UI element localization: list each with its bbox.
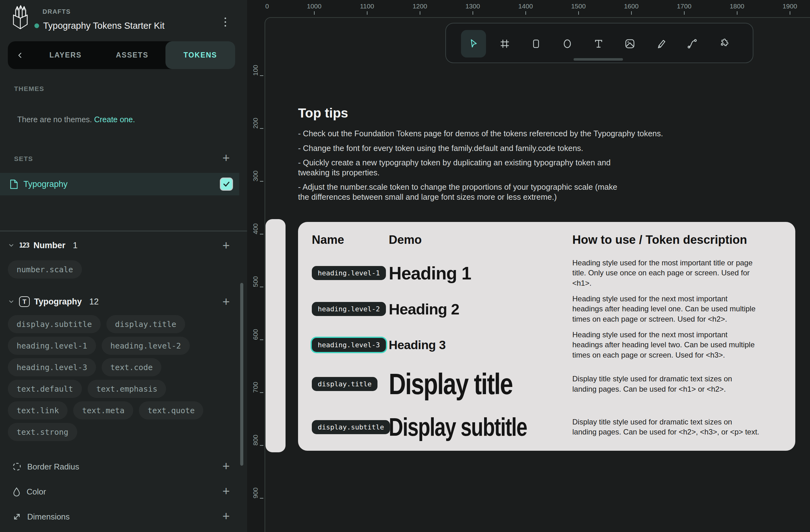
tip-line: - Change the font for every token using … [298,144,704,153]
token-chip[interactable]: text.default [8,380,82,398]
demo-text: Heading 2 [389,300,572,318]
group-name: Typography [34,297,82,306]
table-row-cell: heading.level-2 [312,302,389,316]
themes-empty-text: There are no themes. [17,115,92,124]
ruler-label: 1600 [605,2,658,15]
pen-tool-button[interactable] [680,30,705,57]
token-chip[interactable]: display.subtitle [8,315,101,333]
token-chip[interactable]: heading.level-1 [8,337,96,355]
collapse-back-chevron-icon[interactable] [8,41,32,69]
token-chip[interactable]: text.code [102,358,161,376]
frame-icon [499,37,511,50]
canvas-area[interactable]: 0 10001100120013001400150016001700180019… [247,0,810,532]
ruler-label: 300 [247,149,264,202]
ruler-label: 500 [247,255,264,308]
table-row-cell: heading.level-1 [312,266,389,280]
plugin-tool-button[interactable] [711,30,736,57]
image-tool-button[interactable] [617,30,642,57]
tab-layers[interactable]: LAYERS [32,51,99,60]
border-radius-icon [13,462,21,471]
token-group-dimensions[interactable]: Dimensions [13,507,231,526]
add-dimensions-token-button[interactable]: + [219,509,233,523]
token-chip-display-subtitle[interactable]: display.subtitle [312,420,390,434]
token-chip-heading-level-1[interactable]: heading.level-1 [312,266,386,280]
token-chip-display-title[interactable]: display.title [312,377,377,391]
vector-curve-icon [686,37,699,50]
rectangle-icon [530,37,542,50]
create-theme-link[interactable]: Create one. [94,115,135,124]
tip-line: - Quickly create a new typography token … [298,158,704,178]
ruler-label: 400 [247,202,264,255]
table-row-cell: heading.level-3 [312,338,389,352]
chevron-down-icon[interactable] [8,298,15,305]
canvas-toolbar [446,23,754,63]
horizontal-ruler: 1000110012001300140015001600170018001900 [288,2,810,15]
move-tool-button[interactable] [461,30,486,57]
document-title-row: Typography Tokens Starter Kit [34,21,164,31]
token-chip[interactable]: text.strong [8,423,77,441]
token-group-border-radius[interactable]: Border Radius [13,457,231,476]
demo-text: Display title [389,367,536,401]
rectangle-tool-button[interactable] [523,30,549,57]
add-color-token-button[interactable]: + [219,484,233,498]
token-chip-heading-level-3-selected[interactable]: heading.level-3 [312,338,386,352]
tab-tokens[interactable]: TOKENS [165,41,235,69]
tips-title: Top tips [298,106,704,121]
token-chip-heading-level-2[interactable]: heading.level-2 [312,302,386,316]
cursor-icon [467,37,480,50]
app-logo-pencil-box-icon [10,5,31,30]
more-menu-icon[interactable] [218,15,232,29]
ruler-label: 800 [247,414,264,466]
token-chip[interactable]: text.meta [73,401,133,419]
image-icon [623,37,636,50]
ellipse-tool-button[interactable] [555,30,580,57]
token-chip[interactable]: heading.level-3 [8,358,96,376]
partial-frame-left[interactable] [265,219,286,452]
token-description: Heading style used for the next most imp… [572,294,781,325]
column-header-demo: Demo [389,233,572,247]
token-description: Display title style used for dramatic te… [572,374,781,394]
sets-heading: SETS [14,155,33,163]
ruler-label: 700 [247,361,264,414]
token-group-color[interactable]: Color [13,482,231,501]
set-enabled-checkbox[interactable] [220,178,233,191]
ruler-label: 900 [247,466,264,519]
puzzle-icon [716,37,731,51]
ruler-label: 200 [247,97,264,149]
token-group-number[interactable]: 123 Number 1 [8,237,233,254]
pencil-tool-button[interactable] [649,30,674,57]
dimensions-arrow-icon [13,512,21,521]
tab-assets[interactable]: ASSETS [99,51,165,60]
frame-tool-button[interactable] [492,30,517,57]
document-title[interactable]: Typography Tokens Starter Kit [43,21,164,31]
checkmark-icon [222,180,230,188]
token-description: Display title style used for dramatic te… [572,417,781,437]
add-set-button[interactable]: + [219,151,233,165]
typography-type-icon: T [19,296,30,307]
typography-token-list: display.subtitledisplay.titleheading.lev… [8,315,230,441]
token-group-typography[interactable]: T Typography 12 [8,293,233,310]
ruler-label: 600 [247,308,264,361]
breadcrumb-drafts[interactable]: DRAFTS [43,8,71,15]
text-tool-button[interactable] [586,30,611,57]
set-item-typography[interactable]: Typography [0,173,239,195]
token-chip[interactable]: heading.level-2 [102,337,190,355]
token-demo-table: Name Demo How to use / Token description… [298,222,795,451]
group-count: 12 [90,297,99,306]
chevron-down-icon[interactable] [8,242,15,249]
token-chip[interactable]: number.scale [8,260,82,279]
toolbar-drag-handle[interactable] [573,58,623,61]
sidebar-scrollbar[interactable] [240,283,243,466]
themes-empty-state: There are no themes. Create one. [17,115,135,124]
table-row-cell: display.subtitle [312,420,389,434]
add-number-token-button[interactable]: + [219,238,233,252]
ruler-label: 1900 [763,2,810,15]
token-chip[interactable]: text.emphasis [87,380,166,398]
group-count: 1 [73,241,78,250]
themes-heading: THEMES [14,85,44,93]
token-chip[interactable]: text.link [8,401,67,419]
add-typography-token-button[interactable]: + [219,295,233,309]
token-chip[interactable]: display.title [106,315,185,333]
add-border-radius-token-button[interactable]: + [219,459,233,473]
token-chip[interactable]: text.quote [139,401,204,419]
